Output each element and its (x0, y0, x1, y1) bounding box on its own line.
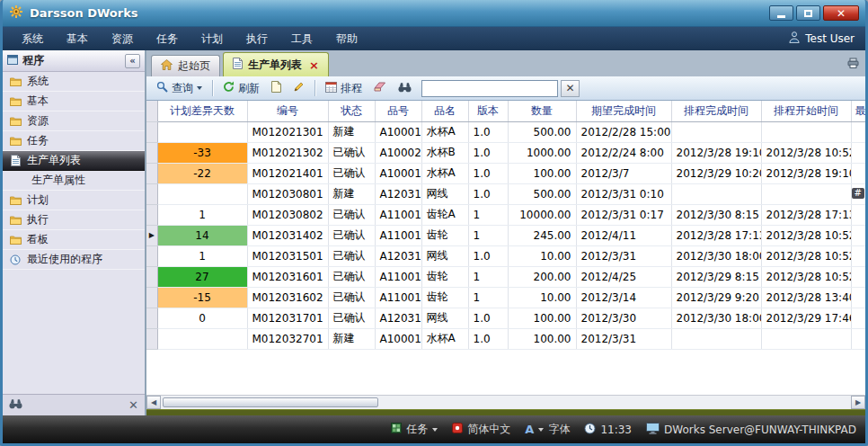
table-cell[interactable] (851, 225, 865, 245)
menu-item[interactable]: 工具 (279, 27, 324, 50)
table-cell[interactable] (851, 328, 865, 349)
sidebar-search-close-icon[interactable]: ✕ (128, 398, 138, 412)
sidebar-item[interactable]: 任务 (3, 131, 145, 151)
table-cell[interactable]: 已确认 (328, 287, 375, 308)
table-cell[interactable]: 27 (157, 266, 247, 287)
table-cell[interactable]: -33 (157, 142, 247, 163)
table-cell[interactable]: 2012/4/11 (576, 225, 671, 245)
menu-item[interactable]: 帮助 (324, 27, 369, 50)
search-clear-button[interactable]: ✕ (561, 80, 580, 97)
table-cell[interactable]: 水杯B (421, 142, 468, 163)
status-task[interactable]: 任务 (391, 422, 438, 437)
column-header[interactable]: 品名 (421, 101, 468, 121)
table-cell[interactable]: 已确认 (328, 266, 375, 287)
scroll-right-icon[interactable]: ▶ (851, 396, 865, 409)
table-cell[interactable]: 已确认 (328, 204, 375, 225)
horizontal-scrollbar[interactable]: ◀ ▶ (146, 395, 865, 409)
sidebar-item[interactable]: 计划 (3, 191, 145, 210)
table-cell[interactable]: -15 (157, 287, 247, 308)
table-cell[interactable] (851, 245, 865, 266)
table-cell[interactable]: 1 (468, 204, 508, 225)
column-header[interactable]: 状态 (328, 101, 375, 121)
table-cell[interactable]: 齿轮A (421, 204, 468, 225)
table-cell[interactable] (761, 328, 851, 349)
table-cell[interactable]: 2012/3/29 10:20 (671, 163, 761, 183)
user-area[interactable]: Test User (789, 31, 858, 46)
close-button[interactable]: ✕ (823, 5, 859, 21)
sidebar-item[interactable]: 执行 (3, 210, 145, 230)
table-cell[interactable]: 网线 (421, 245, 468, 266)
table-cell[interactable]: 1.0 (468, 121, 508, 142)
table-cell[interactable] (851, 142, 865, 163)
table-cell[interactable]: M012031701 (247, 308, 328, 328)
table-row[interactable]: M012021301新建A10001水杯A1.0500.002012/2/28 … (146, 121, 865, 142)
table-cell[interactable]: M012030801 (247, 183, 328, 204)
refresh-button[interactable]: 刷新 (218, 79, 264, 98)
table-cell[interactable]: 已确认 (328, 225, 375, 245)
table-cell[interactable]: 2012/3/28 13:40 (761, 287, 851, 308)
table-cell[interactable]: 齿轮 (421, 266, 468, 287)
table-cell[interactable] (157, 121, 247, 142)
menu-item[interactable]: 任务 (145, 27, 190, 50)
table-cell[interactable]: 2012/3/28 17:13 (671, 225, 761, 245)
table-cell[interactable]: 齿轮 (421, 287, 468, 308)
table-cell[interactable] (851, 163, 865, 183)
status-language[interactable]: 简体中文 (452, 422, 510, 437)
tab-active[interactable]: 生产单列表× (223, 52, 329, 76)
column-header[interactable]: 数量 (508, 101, 576, 121)
column-header[interactable]: 排程完成时间 (671, 101, 761, 121)
table-cell[interactable]: 2012/2/28 15:00 (576, 121, 671, 142)
table-cell[interactable]: M012031402 (247, 225, 328, 245)
table-cell[interactable]: 2012/3/31 (576, 245, 671, 266)
table-row[interactable]: 27M012031601已确认A11001齿轮1200.002012/4/252… (146, 266, 865, 287)
table-cell[interactable]: 新建 (328, 121, 375, 142)
column-header[interactable]: 期望完成时间 (576, 101, 671, 121)
table-cell[interactable] (851, 308, 865, 328)
table-cell[interactable]: 2012/3/28 10:52 (761, 245, 851, 266)
query-button[interactable]: 查询 (152, 79, 207, 98)
sidebar-collapse-button[interactable]: « (125, 54, 140, 68)
menu-item[interactable]: 执行 (235, 27, 279, 50)
table-cell[interactable] (761, 183, 851, 204)
table-cell[interactable]: 已确认 (328, 142, 375, 163)
table-cell[interactable]: -22 (157, 163, 247, 183)
menu-item[interactable]: 计划 (190, 27, 235, 50)
table-cell[interactable]: 已确认 (328, 163, 375, 183)
table-cell[interactable]: 10.00 (508, 287, 576, 308)
table-cell[interactable]: 1.0 (468, 163, 508, 183)
table-cell[interactable] (851, 204, 865, 225)
scrollbar-thumb[interactable] (163, 397, 378, 407)
table-cell[interactable]: 1.0 (468, 328, 508, 349)
table-cell[interactable]: 2012/3/29 17:46 (761, 308, 851, 328)
column-header[interactable]: 计划差异天数 (157, 101, 247, 121)
table-cell[interactable]: 网线 (421, 183, 468, 204)
table-cell[interactable]: 245.00 (508, 225, 576, 245)
table-cell[interactable]: 2012/3/30 18:00 (671, 308, 761, 328)
table-cell[interactable] (671, 328, 761, 349)
menu-item[interactable]: 资源 (100, 27, 145, 50)
table-cell[interactable]: 新建 (328, 183, 375, 204)
table-row[interactable]: 0M012031701已确认A12031网线1.0100.002012/3/30… (146, 308, 865, 328)
table-cell[interactable]: M012021401 (247, 163, 328, 183)
table-cell[interactable]: 1.0 (468, 308, 508, 328)
new-button[interactable] (267, 79, 286, 97)
tab-panel-icon[interactable] (847, 58, 859, 71)
table-cell[interactable] (851, 121, 865, 142)
table-cell[interactable]: 已确认 (328, 308, 375, 328)
status-font[interactable]: A 字体 (525, 422, 570, 437)
table-cell[interactable]: A12031 (375, 308, 421, 328)
table-row[interactable]: M012032701新建A10001水杯A1.0100.002012/3/31 (146, 328, 865, 349)
table-cell[interactable]: 100.00 (508, 163, 576, 183)
table-cell[interactable]: A11001 (375, 287, 421, 308)
table-cell[interactable]: 100.00 (508, 308, 576, 328)
table-cell[interactable]: 2012/3/28 19:10 (671, 142, 761, 163)
table-cell[interactable] (157, 328, 247, 349)
table-cell[interactable]: 2012/3/30 8:15 (671, 204, 761, 225)
table-cell[interactable]: A10001 (375, 121, 421, 142)
table-cell[interactable]: 水杯A (421, 163, 468, 183)
table-cell[interactable]: 500.00 (508, 121, 576, 142)
schedule-button[interactable]: 排程 (321, 79, 367, 98)
table-cell[interactable]: 2012/3/28 17:13 (761, 204, 851, 225)
tab-inactive[interactable]: 起始页 (151, 55, 220, 76)
table-cell[interactable]: M012031602 (247, 287, 328, 308)
